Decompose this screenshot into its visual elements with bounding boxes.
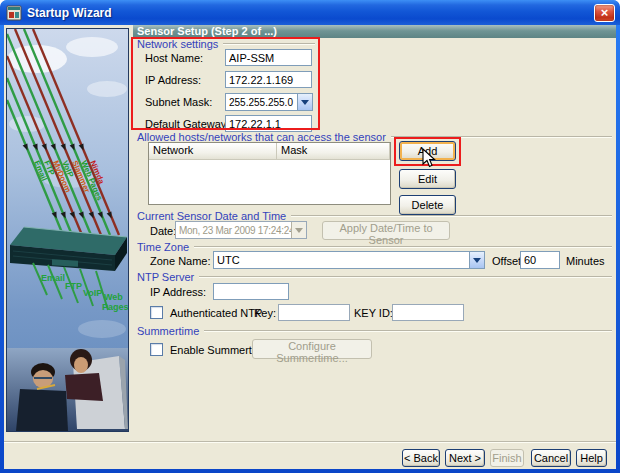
- section-rule: [204, 330, 612, 332]
- ntp-ip-address-label: IP Address:: [150, 286, 206, 298]
- step-header: Sensor Setup (Step 2 of ...): [133, 25, 616, 38]
- authenticated-ntp-label: Authenticated NTP: [170, 307, 262, 319]
- traffic-label: VoIP: [83, 288, 102, 298]
- ip-address-input[interactable]: [225, 71, 312, 88]
- section-rule: [223, 43, 315, 45]
- section-label: NTP Server: [137, 271, 194, 283]
- column-header-mask[interactable]: Mask: [277, 143, 390, 160]
- offset-input[interactable]: [520, 251, 560, 269]
- column-header-network[interactable]: Network: [149, 143, 277, 160]
- host-name-input[interactable]: [225, 49, 312, 66]
- help-button[interactable]: Help: [576, 449, 607, 467]
- allowed-hosts-table-header: Network Mask: [149, 143, 390, 160]
- section-label: Time Zone: [137, 241, 189, 253]
- mouse-cursor-icon: [422, 148, 436, 168]
- ntp-key-id-input: [392, 304, 464, 321]
- section-rule: [391, 136, 612, 138]
- subnet-mask-value: 255.255.255.0: [226, 97, 297, 108]
- allowed-hosts-table-body: [149, 160, 390, 204]
- cancel-button[interactable]: Cancel: [531, 449, 571, 467]
- traffic-label: Pages: [102, 302, 128, 312]
- enable-summertime-checkbox[interactable]: [150, 343, 163, 356]
- authenticated-ntp-checkbox[interactable]: [150, 306, 163, 319]
- section-label: Summertime: [137, 325, 199, 337]
- finish-button: Finish: [490, 449, 524, 467]
- section-ntp-server: NTP Server: [137, 271, 612, 283]
- users-photo: [7, 348, 128, 431]
- date-value: Mon, 23 Mar 2009 17:24:24: [176, 225, 291, 236]
- footer-separator: [4, 441, 616, 443]
- zone-name-select[interactable]: UTC: [213, 251, 485, 269]
- wizard-body: Nimda Web Pages Slammer VoIP MyDoom FTP …: [4, 25, 616, 469]
- window-title: Startup Wizard: [27, 6, 112, 20]
- app-icon: [6, 5, 22, 21]
- ip-address-label: IP Address:: [145, 74, 201, 86]
- section-rule: [194, 246, 612, 248]
- next-button[interactable]: Next >: [445, 449, 485, 467]
- edit-button[interactable]: Edit: [399, 169, 456, 189]
- default-gateway-input[interactable]: [225, 115, 312, 132]
- step-header-title: Sensor Setup (Step 2 of ...): [137, 25, 277, 37]
- chevron-down-icon[interactable]: [469, 252, 484, 268]
- zone-name-label: Zone Name:: [150, 255, 211, 267]
- section-rule: [199, 276, 612, 278]
- apply-datetime-button: Apply Date/Time to Sensor: [322, 221, 450, 240]
- ntp-key-label: Key:: [254, 307, 276, 319]
- traffic-label: Email: [41, 273, 65, 283]
- chevron-down-icon: [291, 222, 306, 238]
- host-name-label: Host Name:: [145, 52, 203, 64]
- ntp-key-id-label: KEY ID:: [354, 307, 393, 319]
- zone-name-value: UTC: [214, 254, 469, 266]
- traffic-label: Web: [104, 292, 123, 302]
- close-icon: ×: [601, 5, 609, 20]
- section-label: Network settings: [137, 38, 218, 50]
- startup-wizard-window: Startup Wizard ×: [0, 0, 620, 473]
- chevron-down-icon[interactable]: [297, 94, 312, 110]
- sidebar-graphic: Nimda Web Pages Slammer VoIP MyDoom FTP …: [6, 28, 129, 432]
- default-gateway-label: Default Gateway:: [145, 118, 229, 130]
- ntp-key-input: [278, 304, 350, 321]
- ntp-ip-address-input[interactable]: [213, 283, 289, 300]
- date-select: Mon, 23 Mar 2009 17:24:24: [175, 221, 307, 239]
- subnet-mask-select[interactable]: 255.255.255.0: [225, 93, 313, 111]
- back-button[interactable]: < Back: [402, 449, 440, 467]
- traffic-label: FTP: [65, 281, 82, 291]
- section-rule: [291, 215, 612, 217]
- configure-summertime-button: Configure Summertime...: [252, 339, 372, 359]
- titlebar[interactable]: Startup Wizard ×: [0, 0, 620, 25]
- section-summertime: Summertime: [137, 325, 612, 337]
- allowed-hosts-table[interactable]: Network Mask: [148, 142, 391, 205]
- subnet-mask-label: Subnet Mask:: [145, 96, 212, 108]
- sidebar-graphic-canvas: Nimda Web Pages Slammer VoIP MyDoom FTP …: [7, 29, 128, 431]
- close-button[interactable]: ×: [594, 4, 615, 22]
- offset-unit-label: Minutes: [566, 255, 605, 267]
- date-label: Date:: [150, 225, 176, 237]
